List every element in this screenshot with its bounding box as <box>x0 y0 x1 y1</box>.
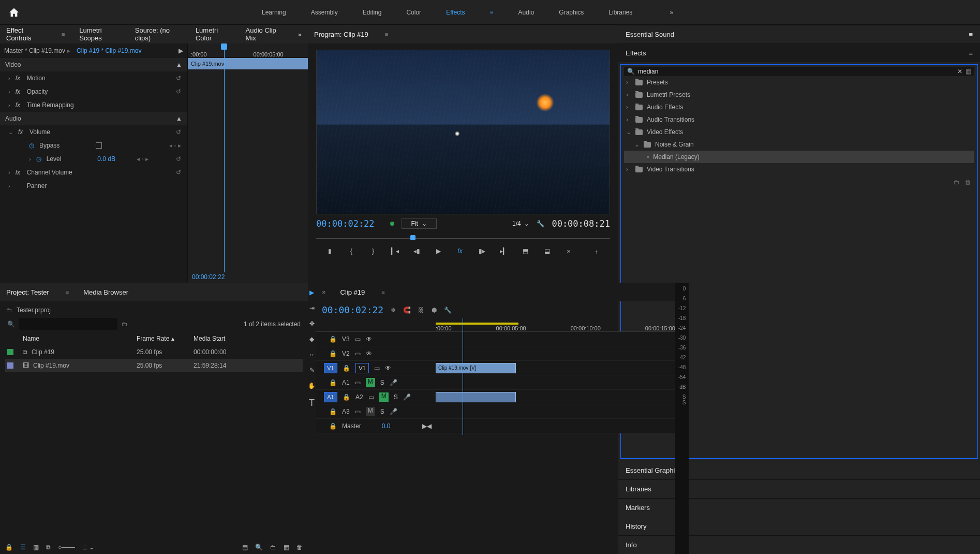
track-v3[interactable]: V3 <box>342 336 350 343</box>
step-back-icon[interactable]: ◂▮ <box>412 247 421 256</box>
tab-lumetri-scopes[interactable]: Lumetri Scopes <box>79 26 121 42</box>
mark-clip-icon[interactable]: } <box>368 247 378 256</box>
reset-level-icon[interactable]: ↺ <box>176 155 181 163</box>
razor-tool-icon[interactable]: ◆ <box>309 336 314 343</box>
toggle-output-icon[interactable]: ▭ <box>355 408 361 415</box>
tab-project[interactable]: Project: Tester <box>6 288 49 296</box>
eye-icon[interactable]: 👁 <box>366 350 372 357</box>
new-custom-bin-icon[interactable]: 🗀 <box>954 179 960 186</box>
track-a3[interactable]: A3 <box>342 408 350 415</box>
list-view-icon[interactable]: ☰ <box>20 544 26 551</box>
timeline-tc[interactable]: 00:00:02:22 <box>322 304 383 315</box>
lock-icon[interactable]: 🔒 <box>343 365 350 372</box>
clear-search-icon[interactable]: ✕ <box>957 68 962 75</box>
wrench-icon[interactable]: 🔧 <box>537 220 544 227</box>
master-value[interactable]: 0.0 <box>382 422 391 430</box>
snap-icon[interactable]: ❄ <box>391 307 396 314</box>
reset-chvol-icon[interactable]: ↺ <box>176 169 181 176</box>
settings-icon[interactable]: 🔧 <box>444 307 452 314</box>
clear-icon[interactable]: 🗑 <box>296 544 303 551</box>
prop-bypass[interactable]: Bypass <box>39 142 60 149</box>
timeline-ruler[interactable]: :00:0000:00:05:0000:00:10:0000:00:15:00 <box>316 318 675 332</box>
fit-dropdown[interactable]: Fit ⌄ <box>402 218 437 229</box>
sequence-tab[interactable]: Clip #19 <box>340 288 365 296</box>
col-media-start[interactable]: Media Start <box>194 335 301 342</box>
solo-a3[interactable]: S <box>380 408 384 415</box>
reset-motion-icon[interactable]: ↺ <box>176 75 181 82</box>
folder-audio-effects[interactable]: Audio Effects <box>647 104 684 111</box>
mute-a1[interactable]: M <box>366 378 375 387</box>
level-value[interactable]: 0.0 dB <box>97 155 115 163</box>
ec-playhead[interactable] <box>224 43 225 272</box>
prop-channel-volume[interactable]: Channel Volume <box>27 169 72 176</box>
ws-libraries[interactable]: Libraries <box>608 9 632 16</box>
voice-icon[interactable]: 🎤 <box>390 408 397 415</box>
stopwatch-bypass-icon[interactable]: ◷ <box>29 142 34 149</box>
effects-tab[interactable]: Effects <box>626 49 646 57</box>
tab-effect-controls[interactable]: Effect Controls <box>6 26 45 42</box>
mute-a3[interactable]: M <box>366 407 375 416</box>
project-search-input[interactable] <box>19 318 117 330</box>
transport-overflow-icon[interactable]: » <box>564 247 573 256</box>
timeline-playhead[interactable] <box>463 318 463 435</box>
eye-icon[interactable]: 👁 <box>385 365 391 372</box>
ws-audio[interactable]: Audio <box>518 9 534 16</box>
overflow-icon[interactable]: » <box>670 9 673 16</box>
lock-icon[interactable]: 🔒 <box>329 379 337 386</box>
folder-video-transitions[interactable]: Video Transitions <box>647 166 694 173</box>
tab-source[interactable]: Source: (no clips) <box>135 26 181 42</box>
filter-bin-icon[interactable]: 🗀 <box>122 320 128 328</box>
mark-in-icon[interactable]: ▮ <box>325 247 334 256</box>
lock-icon[interactable]: 🔒 <box>343 393 350 401</box>
lock-icon[interactable]: 🔒 <box>329 408 337 415</box>
prop-motion[interactable]: Motion <box>27 75 46 82</box>
es-menu-icon[interactable]: ≡ <box>969 31 973 38</box>
toggle-output-icon[interactable]: ▭ <box>355 350 361 357</box>
effects-search-input[interactable] <box>638 68 954 75</box>
toggle-output-icon[interactable]: ▭ <box>374 365 380 372</box>
close-seq-icon[interactable]: × <box>322 288 326 296</box>
mute-a2[interactable]: M <box>379 392 389 402</box>
lift-icon[interactable]: ⬒ <box>521 247 530 256</box>
src-v1[interactable]: V1 <box>324 363 337 373</box>
icon-view-icon[interactable]: ▥ <box>33 544 39 551</box>
write-lock-icon[interactable]: 🔒 <box>5 544 13 551</box>
hand-tool-icon[interactable]: ✋ <box>308 382 316 389</box>
tab-media-browser[interactable]: Media Browser <box>83 288 128 296</box>
col-frame-rate[interactable]: Frame Rate ▴ <box>137 335 194 342</box>
new-item-icon[interactable]: ▦ <box>284 544 289 551</box>
solo-indicators[interactable]: S S <box>678 394 686 405</box>
ws-editing[interactable]: Editing <box>363 9 382 16</box>
essential-sound-tab[interactable]: Essential Sound <box>626 31 674 38</box>
slip-tool-icon[interactable]: ↔ <box>309 351 315 358</box>
play-icon[interactable]: ▶ <box>434 247 443 256</box>
prop-volume[interactable]: Volume <box>29 128 50 136</box>
effect-median-legacy[interactable]: ▫Median (Legacy) <box>624 151 974 163</box>
src-a1[interactable]: A1 <box>324 392 337 402</box>
reset-volume-icon[interactable]: ↺ <box>176 128 181 136</box>
tab-lumetri-color[interactable]: Lumetri Color <box>196 26 231 42</box>
track-a1[interactable]: A1 <box>342 379 350 386</box>
ec-master-path[interactable]: Master * Clip #19.mov <box>4 47 65 54</box>
magnet-icon[interactable]: 🧲 <box>403 307 411 314</box>
col-name[interactable]: Name <box>23 335 137 342</box>
ripple-tool-icon[interactable]: ✥ <box>309 320 315 327</box>
effects-menu-icon[interactable]: ≡ <box>969 49 973 57</box>
toggle-output-icon[interactable]: ▭ <box>355 379 361 386</box>
stopwatch-level-icon[interactable]: ◷ <box>36 155 41 163</box>
automate-icon[interactable]: ▤ <box>242 544 248 551</box>
go-out-icon[interactable]: ▸▎ <box>499 247 508 256</box>
collapse-video-icon[interactable]: ▲ <box>176 61 182 68</box>
solo-a2[interactable]: S <box>394 393 398 401</box>
program-tc-left[interactable]: 00:00:02:22 <box>316 218 375 229</box>
program-viewer[interactable] <box>316 50 610 214</box>
lock-icon[interactable]: 🔒 <box>329 350 337 357</box>
folder-lumetri-presets[interactable]: Lumetri Presets <box>647 91 690 98</box>
prop-panner[interactable]: Panner <box>27 182 47 189</box>
ws-assembly[interactable]: Assembly <box>311 9 338 16</box>
toggle-output-icon[interactable]: ▭ <box>368 393 374 401</box>
track-a2[interactable]: A2 <box>355 393 363 401</box>
mark-out-icon[interactable]: { <box>347 247 356 256</box>
go-in-icon[interactable]: ▎◂ <box>390 247 399 256</box>
ec-sequence-link[interactable]: Clip #19 * Clip #19.mov <box>77 47 141 54</box>
